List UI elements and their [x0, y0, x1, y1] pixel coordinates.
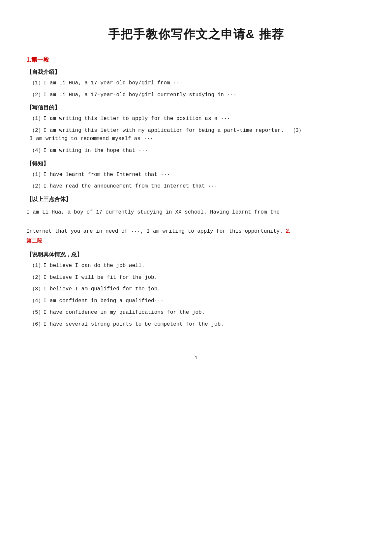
section2-inline-header: 2.第二段: [26, 228, 290, 244]
item-s1-dz-2: （2）I have read the announcement from the…: [30, 182, 366, 191]
sub-section-shuoming: 【说明具体情况，总】 （1）I believe I can do the job…: [26, 251, 366, 329]
item-s1-zw-1: （1）I am Li Hua, a 17-year-old boy/girl f…: [30, 79, 366, 88]
page-title: 手把手教你写作文之申请& 推荐: [26, 26, 366, 43]
item-s2-sm-1: （1）I believe I can do the job well.: [30, 262, 366, 270]
label-heti: 【以上三点合体】: [26, 195, 366, 203]
item-s2-sm-6: （6）I have several strong points to be co…: [30, 320, 366, 329]
item-s2-sm-3: （3）I believe I am qualified for the job.: [30, 285, 366, 294]
sub-section-ziwojieshao: 【自我介绍】 （1）I am Li Hua, a 17-year-old boy…: [26, 68, 366, 99]
item-s2-sm-5: （5）I have confidence in my qualification…: [30, 308, 366, 317]
item-s1-xx-1: （1）I am writing this letter to apply for…: [30, 115, 366, 123]
section-2: 【说明具体情况，总】 （1）I believe I can do the job…: [26, 251, 366, 329]
item-s1-xx-4: （4）I am writing in the hope that ···: [30, 147, 366, 155]
label-xiexinmudi: 【写信目的】: [26, 104, 366, 111]
label-ziwojieshao: 【自我介绍】: [26, 68, 366, 76]
item-s1-xx-2: （2）I am writing this letter with my appl…: [30, 127, 366, 143]
paragraph-heti: I am Li Hua, a boy of 17 currently study…: [26, 208, 366, 246]
item-s1-dz-1: （1）I have learnt from the Internet that …: [30, 171, 366, 179]
section-1: 1.第一段 【自我介绍】 （1）I am Li Hua, a 17-year-o…: [26, 56, 366, 246]
label-dezhi: 【得知】: [26, 160, 366, 167]
item-s1-zw-2: （2）I am Li Hua, a 17-year-old boy/girl c…: [30, 91, 366, 100]
label-shuoming: 【说明具体情况，总】: [26, 251, 366, 258]
sub-section-heti: 【以上三点合体】 I am Li Hua, a boy of 17 curren…: [26, 195, 366, 246]
sub-section-dezhi: 【得知】 （1）I have learnt from the Internet …: [26, 160, 366, 191]
sub-section-xiexinmudi: 【写信目的】 （1）I am writing this letter to ap…: [26, 104, 366, 155]
item-s2-sm-4: （4）I am confident in being a qualified··…: [30, 297, 366, 306]
item-s2-sm-2: （2）I believe I will be fit for the job.: [30, 274, 366, 282]
page-number: 1: [26, 355, 366, 361]
section-1-header: 1.第一段: [26, 56, 366, 64]
